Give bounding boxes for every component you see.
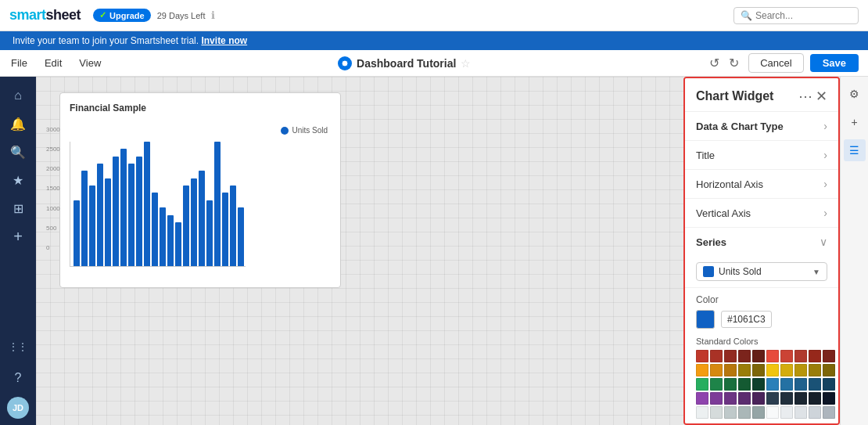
color-cell[interactable]	[696, 406, 708, 419]
color-cell[interactable]	[794, 392, 807, 405]
sidebar-item-help[interactable]: ?	[5, 366, 30, 391]
color-cell[interactable]	[696, 392, 708, 405]
menu-view[interactable]: View	[77, 54, 102, 72]
bar-item	[199, 171, 205, 266]
color-cell[interactable]	[752, 406, 765, 419]
color-cell[interactable]	[766, 350, 779, 362]
avatar[interactable]: JD	[7, 397, 29, 419]
sidebar-item-favorites[interactable]: ★	[5, 167, 30, 193]
logo-text: smartsheet	[9, 7, 81, 23]
sidebar-item-search[interactable]: 🔍	[5, 139, 30, 164]
sidebar-item-notifications[interactable]: 🔔	[5, 111, 30, 136]
color-cell[interactable]	[780, 406, 793, 419]
invite-message: Invite your team to join your Smartsheet…	[13, 35, 199, 46]
search-input[interactable]	[755, 10, 852, 21]
color-cell[interactable]	[752, 378, 765, 391]
sidebar-item-home[interactable]: ⌂	[5, 83, 30, 108]
color-cell[interactable]	[766, 406, 779, 419]
color-cell[interactable]	[794, 364, 807, 376]
sidebar-item-add[interactable]: +	[5, 224, 30, 249]
color-hex-value[interactable]: #1061C3	[721, 311, 772, 328]
series-dropdown[interactable]: Units Sold ▼	[696, 262, 827, 281]
color-cell[interactable]	[738, 364, 751, 376]
toolbar-add-icon[interactable]: +	[844, 111, 866, 133]
color-cell[interactable]	[710, 392, 723, 405]
color-cell[interactable]	[780, 364, 793, 376]
canvas-area[interactable]: Financial Sample Units Sold 3000 2500 20…	[36, 77, 683, 425]
save-button[interactable]: Save	[810, 54, 859, 72]
color-cell[interactable]	[780, 350, 793, 362]
y-label-1500: 1500	[46, 185, 60, 192]
color-cell[interactable]	[809, 378, 821, 391]
bar-item	[191, 178, 197, 266]
color-cell[interactable]	[766, 392, 779, 405]
color-cell[interactable]	[780, 392, 793, 405]
menu-edit[interactable]: Edit	[43, 54, 63, 72]
color-cell[interactable]	[766, 364, 779, 376]
color-cell[interactable]	[738, 350, 751, 362]
favorite-star-icon[interactable]: ☆	[461, 57, 471, 70]
panel-header: Chart Widget ⋯ ✕	[685, 78, 838, 112]
search-bar[interactable]: 🔍	[733, 7, 859, 24]
color-cell[interactable]	[738, 406, 751, 419]
series-label: Series	[696, 236, 820, 248]
color-cell[interactable]	[710, 350, 723, 362]
color-cell[interactable]	[710, 364, 723, 376]
chart-preview-title: Financial Sample	[70, 103, 331, 113]
color-cell[interactable]	[780, 378, 793, 391]
bar-item	[97, 164, 103, 266]
color-cell[interactable]	[752, 392, 765, 405]
toolbar-panel-icon[interactable]: ☰	[844, 139, 866, 161]
color-cell[interactable]	[752, 364, 765, 376]
color-cell[interactable]	[710, 378, 723, 391]
color-cell[interactable]	[710, 406, 723, 419]
color-cell[interactable]	[724, 392, 737, 405]
cancel-button[interactable]: Cancel	[748, 53, 803, 73]
color-cell[interactable]	[724, 406, 737, 419]
menu-file[interactable]: File	[9, 54, 29, 72]
color-cell[interactable]	[809, 364, 821, 376]
color-cell[interactable]	[823, 378, 835, 391]
color-cell[interactable]	[738, 392, 751, 405]
panel-more-button[interactable]: ⋯	[795, 88, 816, 105]
chart-area: Units Sold 3000 2500 2000 1500 1000 500 …	[70, 126, 331, 279]
panel-section-data-chart: Data & Chart Type ›	[685, 112, 838, 141]
sidebar-item-apps[interactable]: ⋮⋮	[5, 334, 30, 359]
v-axis-row[interactable]: Vertical Axis ›	[685, 199, 838, 227]
panel-close-button[interactable]: ✕	[816, 88, 827, 105]
h-axis-row[interactable]: Horizontal Axis ›	[685, 170, 838, 198]
color-cell[interactable]	[724, 350, 737, 362]
color-cell[interactable]	[823, 350, 835, 362]
color-cell[interactable]	[696, 378, 708, 391]
color-cell[interactable]	[738, 378, 751, 391]
color-swatch-large[interactable]	[696, 310, 715, 329]
color-cell[interactable]	[809, 350, 821, 362]
color-cell[interactable]	[724, 378, 737, 391]
redo-button[interactable]: ↻	[726, 54, 742, 72]
series-row[interactable]: Series ∨	[685, 228, 838, 256]
color-cell[interactable]	[794, 350, 807, 362]
sidebar-item-browse[interactable]: ⊞	[5, 196, 30, 221]
logo: smartsheet	[9, 7, 81, 23]
color-cell[interactable]	[724, 364, 737, 376]
color-cell[interactable]	[752, 350, 765, 362]
color-cell[interactable]	[696, 350, 708, 362]
color-cell[interactable]	[809, 406, 821, 419]
data-chart-type-row[interactable]: Data & Chart Type ›	[685, 112, 838, 140]
color-cell[interactable]	[823, 364, 835, 376]
toolbar-settings-icon[interactable]: ⚙	[844, 83, 866, 105]
color-cell[interactable]	[823, 406, 835, 419]
invite-link[interactable]: Invite now	[201, 35, 247, 46]
y-label-2500: 2500	[46, 146, 60, 153]
color-cell[interactable]	[696, 364, 708, 376]
color-cell[interactable]	[794, 378, 807, 391]
title-row[interactable]: Title ›	[685, 141, 838, 169]
upgrade-badge[interactable]: ✓ Upgrade	[93, 9, 151, 22]
color-cell[interactable]	[823, 392, 835, 405]
bar-item	[105, 178, 111, 266]
color-cell[interactable]	[794, 406, 807, 419]
color-cell[interactable]	[809, 392, 821, 405]
undo-button[interactable]: ↺	[706, 54, 723, 72]
color-cell[interactable]	[766, 378, 779, 391]
undo-redo-group: ↺ ↻	[706, 54, 742, 72]
